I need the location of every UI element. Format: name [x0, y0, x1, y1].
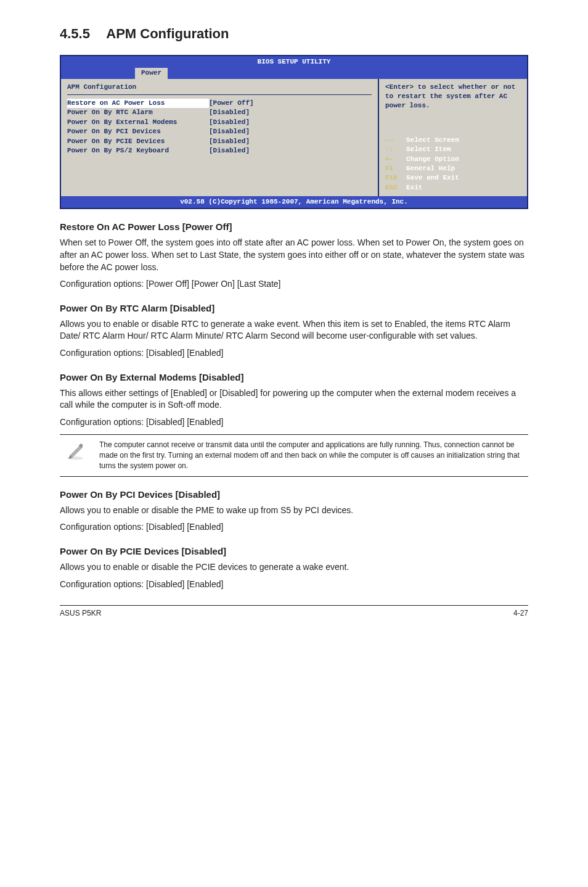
bios-option-key: Power On By External Modems: [67, 118, 209, 127]
paragraph: Allows you to enable or disable the PME …: [60, 505, 528, 517]
bios-option-val: [Power Off]: [209, 99, 254, 108]
footer-right: 4-27: [513, 608, 528, 619]
config-options: Configuration options: [Disabled] [Enabl…: [60, 521, 528, 534]
bios-tab-power: Power: [135, 68, 168, 78]
legend-sym: ←→: [385, 136, 406, 145]
bios-right-pane: <Enter> to select whether or not to rest…: [379, 79, 527, 197]
bios-option-row: Power On By External Modems [Disabled]: [67, 118, 372, 127]
bios-screenshot: BIOS SETUP UTILITY Power APM Configurati…: [60, 55, 528, 210]
legend-label: Change Option: [406, 155, 459, 163]
legend-sym: F1: [385, 164, 406, 173]
bios-section-title: APM Configuration: [67, 83, 372, 92]
bios-option-row: Power On By PCI Devices [Disabled]: [67, 127, 372, 136]
footer-left: ASUS P5KR: [60, 608, 101, 619]
legend-sym: +-: [385, 155, 406, 164]
subsection-heading: Power On By PCIE Devices [Disabled]: [60, 545, 528, 558]
legend-label: Save and Exit: [406, 174, 459, 181]
pencil-icon: [60, 440, 91, 471]
note-block: The computer cannot receive or transmit …: [60, 434, 528, 476]
paragraph: When set to Power Off, the system goes i…: [60, 237, 528, 273]
paragraph: Allows you to enable or disable the PCIE…: [60, 561, 528, 574]
divider: [67, 94, 372, 95]
section-number: 4.5.5: [60, 25, 103, 44]
legend-sym: ESC: [385, 183, 406, 192]
config-options: Configuration options: [Disabled] [Enabl…: [60, 416, 528, 429]
config-options: Configuration options: [Power Off] [Powe…: [60, 278, 528, 291]
bios-option-key: Restore on AC Power Loss: [67, 99, 209, 108]
bios-option-key: Power On By RTC Alarm: [67, 108, 209, 117]
paragraph: This allows either settings of [Enabled]…: [60, 387, 528, 411]
config-options: Configuration options: [Disabled] [Enabl…: [60, 579, 528, 591]
legend-label: Select Item: [406, 146, 451, 153]
bios-footer: v02.58 (C)Copyright 1985-2007, American …: [61, 196, 527, 208]
paragraph: Allows you to enable or disable RTC to g…: [60, 318, 528, 342]
note-text: The computer cannot receive or transmit …: [99, 440, 528, 471]
bios-left-pane: APM Configuration Restore on AC Power Lo…: [61, 79, 379, 197]
legend-label: General Help: [406, 165, 455, 172]
config-options: Configuration options: [Disabled] [Enabl…: [60, 347, 528, 360]
bios-option-row: Power On By PCIE Devices [Disabled]: [67, 137, 372, 146]
subsection-heading: Power On By External Modems [Disabled]: [60, 371, 528, 384]
subsection-heading: Power On By RTC Alarm [Disabled]: [60, 302, 528, 315]
legend-label: Select Screen: [406, 136, 459, 144]
bios-option-key: Power On By PS/2 Keyboard: [67, 146, 209, 155]
bios-option-row: Restore on AC Power Loss [Power Off]: [67, 99, 372, 108]
bios-option-key: Power On By PCI Devices: [67, 127, 209, 136]
section-heading: 4.5.5 APM Configuration: [60, 25, 528, 44]
bios-title: BIOS SETUP UTILITY: [61, 56, 527, 68]
bios-option-row: Power On By RTC Alarm [Disabled]: [67, 108, 372, 117]
bios-legend: ←→Select Screen ↑↓Select Item +-Change O…: [385, 136, 521, 192]
legend-sym: ↑↓: [385, 145, 406, 154]
bios-option-val: [Disabled]: [209, 108, 250, 117]
section-title: APM Configuration: [106, 26, 229, 41]
bios-help-text: <Enter> to select whether or not to rest…: [385, 83, 521, 111]
bios-option-key: Power On By PCIE Devices: [67, 137, 209, 146]
legend-sym: F10: [385, 173, 406, 183]
bios-option-row: Power On By PS/2 Keyboard [Disabled]: [67, 146, 372, 155]
bios-tab-row: Power: [61, 68, 527, 78]
bios-option-val: [Disabled]: [209, 137, 250, 146]
page-footer: ASUS P5KR 4-27: [60, 605, 528, 619]
bios-option-val: [Disabled]: [209, 127, 250, 136]
legend-label: Exit: [406, 184, 422, 191]
subsection-heading: Restore On AC Power Loss [Power Off]: [60, 220, 528, 233]
bios-option-val: [Disabled]: [209, 118, 250, 127]
bios-option-val: [Disabled]: [209, 146, 250, 155]
subsection-heading: Power On By PCI Devices [Disabled]: [60, 488, 528, 501]
